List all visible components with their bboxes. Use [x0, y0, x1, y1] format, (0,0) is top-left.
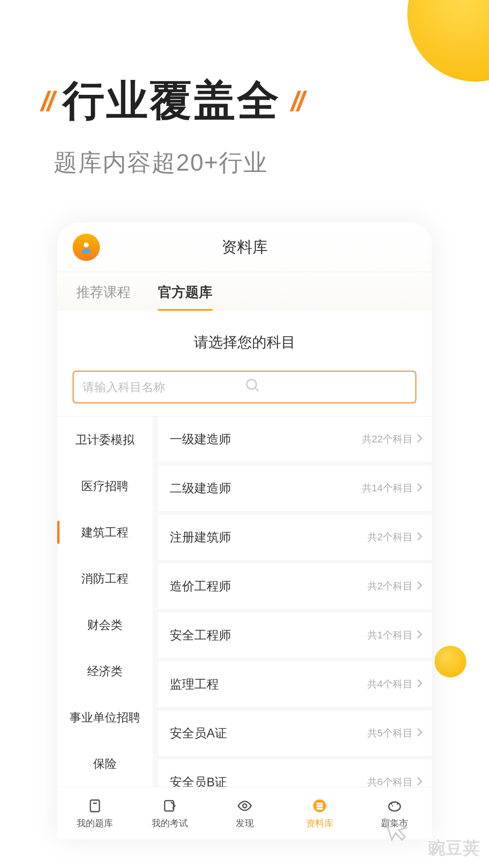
sidebar-item[interactable]: 消防工程	[57, 555, 153, 602]
tab-recommended[interactable]: 推荐课程	[76, 283, 131, 311]
nav-label: 发现	[236, 817, 254, 829]
subject-name: 监理工程	[170, 676, 367, 692]
section-title: 请选择您的科目	[57, 311, 432, 371]
sidebar-item[interactable]: 建筑工程	[57, 509, 153, 555]
search-placeholder: 请输入科目名称	[83, 379, 245, 395]
svg-rect-8	[316, 803, 322, 804]
hero-subtitle: 题库内容超20+行业	[41, 147, 448, 179]
bottom-nav: 我的题库 我的考试 发现 资料库 题集市	[57, 787, 432, 839]
svg-point-6	[242, 804, 247, 808]
subject-name: 二级建造师	[170, 480, 362, 496]
chevron-right-icon	[416, 433, 423, 445]
svg-point-12	[392, 805, 393, 807]
svg-rect-9	[316, 805, 322, 807]
subject-name: 安全员A证	[170, 725, 367, 741]
book-icon	[86, 797, 104, 814]
chevron-right-icon	[416, 629, 423, 641]
page-title: 资料库	[222, 237, 268, 258]
decoration-circle-bottom	[435, 646, 466, 677]
chevron-right-icon	[416, 727, 423, 739]
category-sidebar: 卫计委模拟 医疗招聘 建筑工程 消防工程 财会类 经济类 事业单位招聘 保险 教…	[57, 417, 153, 834]
svg-line-2	[255, 387, 258, 391]
subject-row[interactable]: 造价工程师 共2个科目	[158, 564, 432, 609]
sidebar-item[interactable]: 财会类	[57, 602, 153, 648]
nav-label: 我的题库	[77, 817, 113, 829]
sidebar-item[interactable]: 卫计委模拟	[57, 417, 153, 463]
subject-count: 共2个科目	[367, 530, 413, 544]
content-area: 卫计委模拟 医疗招聘 建筑工程 消防工程 财会类 经济类 事业单位招聘 保险 教…	[57, 417, 432, 834]
nav-label: 资料库	[306, 817, 333, 829]
subject-row[interactable]: 一级建造师 共22个科目	[158, 417, 432, 462]
subject-name: 安全工程师	[170, 627, 367, 643]
sidebar-item[interactable]: 医疗招聘	[57, 463, 153, 509]
slash-icon-left: //	[41, 85, 53, 117]
subject-count: 共22个科目	[362, 432, 413, 446]
edit-icon	[161, 797, 178, 814]
hero-title: 行业覆盖全	[63, 73, 281, 129]
search-container: 请输入科目名称	[57, 371, 432, 417]
nav-label: 我的考试	[152, 817, 188, 829]
svg-point-0	[84, 242, 89, 247]
subject-row[interactable]: 安全员A证 共5个科目	[158, 711, 432, 756]
subject-name: 造价工程师	[170, 578, 367, 594]
chevron-right-icon	[416, 678, 423, 690]
chevron-right-icon	[416, 531, 423, 543]
sidebar-item[interactable]: 事业单位招聘	[57, 694, 153, 740]
eye-icon	[236, 797, 253, 814]
subject-count: 共14个科目	[362, 481, 413, 495]
search-input[interactable]: 请输入科目名称	[73, 371, 416, 403]
svg-point-1	[247, 379, 256, 389]
avatar[interactable]	[73, 234, 100, 261]
subject-count: 共4个科目	[367, 677, 413, 691]
subject-count: 共1个科目	[367, 628, 413, 642]
subject-row[interactable]: 安全工程师 共1个科目	[158, 613, 432, 658]
subject-name: 一级建造师	[170, 431, 362, 447]
svg-rect-5	[164, 801, 173, 811]
chevron-right-icon	[416, 580, 423, 592]
svg-rect-10	[316, 808, 322, 809]
sidebar-item[interactable]: 经济类	[57, 648, 153, 694]
search-icon	[245, 378, 407, 397]
watermark-text: 豌豆荚	[428, 837, 480, 860]
svg-rect-3	[90, 800, 99, 812]
subject-list: 一级建造师 共22个科目 二级建造师 共14个科目 注册建筑师 共2个科目 造价…	[153, 417, 432, 834]
nav-my-bank[interactable]: 我的题库	[57, 787, 132, 839]
slash-icon-right: //	[291, 85, 302, 117]
nav-library[interactable]: 资料库	[282, 787, 357, 839]
subject-row[interactable]: 二级建造师 共14个科目	[158, 466, 432, 511]
chevron-right-icon	[416, 482, 423, 494]
subject-count: 共5个科目	[367, 726, 413, 740]
subject-row[interactable]: 注册建筑师 共2个科目	[158, 515, 432, 560]
subject-name: 注册建筑师	[170, 529, 367, 545]
tab-official-bank[interactable]: 官方题库	[158, 283, 212, 311]
phone-frame: 资料库 推荐课程 官方题库 请选择您的科目 请输入科目名称 卫计委模拟 医疗招聘…	[57, 222, 432, 839]
subject-row[interactable]: 监理工程 共4个科目	[158, 662, 432, 707]
sidebar-item[interactable]: 保险	[57, 740, 153, 787]
app-header: 资料库	[57, 222, 432, 272]
subject-count: 共2个科目	[367, 579, 413, 593]
nav-my-exam[interactable]: 我的考试	[132, 787, 207, 839]
tabs-bar: 推荐课程 官方题库	[57, 272, 432, 311]
nav-discover[interactable]: 发现	[207, 787, 282, 839]
stack-icon	[311, 797, 328, 814]
